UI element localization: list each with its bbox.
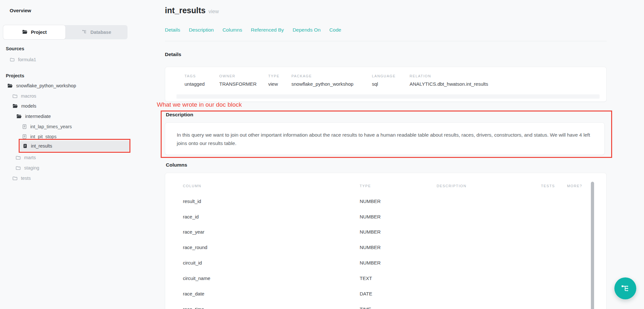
detail-value: ANALYTICS.dbt_hwatson.int_results xyxy=(410,81,488,87)
column-name-cell: circuit_name xyxy=(183,275,210,281)
details-section-heading: Details xyxy=(165,52,181,57)
file-solid-icon xyxy=(23,143,28,149)
sidebar-item-macros[interactable]: macros xyxy=(12,91,36,101)
tab-details[interactable]: Details xyxy=(165,27,180,33)
column-name-cell: circuit_id xyxy=(183,260,202,266)
column-type-cell: DATE xyxy=(360,291,372,296)
lineage-graph-icon xyxy=(620,284,630,293)
columns-card: COLUMN TYPE DESCRIPTION TESTS MORE? resu… xyxy=(165,173,607,309)
sidebar-item-formula1[interactable]: formula1 xyxy=(10,55,36,64)
tab-bar: Details Description Columns Referenced B… xyxy=(165,27,341,33)
column-type-cell: NUMBER xyxy=(360,229,381,235)
file-icon xyxy=(22,134,27,139)
column-name-cell: race_date xyxy=(183,291,204,296)
column-header-tests: TESTS xyxy=(541,184,555,188)
folder-open-icon xyxy=(22,29,28,36)
model-type-label: view xyxy=(208,9,219,14)
column-header-column: COLUMN xyxy=(183,184,201,188)
tabs-divider xyxy=(165,41,607,41)
tree-item-label: int_pit_stops xyxy=(30,134,56,139)
annotation-box-description xyxy=(161,111,612,158)
detail-value: TRANSFORMER xyxy=(219,81,257,87)
tree-item-label: macros xyxy=(21,93,36,99)
columns-section-heading: Columns xyxy=(166,162,187,168)
file-icon xyxy=(22,124,27,129)
folder-closed-icon xyxy=(12,93,18,99)
column-name-cell: result_id xyxy=(183,198,201,204)
annotation-text: What we wrote in our doc block xyxy=(157,101,242,108)
detail-value: untagged xyxy=(185,81,205,87)
project-toggle-label: Project xyxy=(31,30,47,35)
detail-label: PACKAGE xyxy=(291,74,312,78)
folder-closed-icon xyxy=(12,176,18,181)
details-footer-strip xyxy=(176,94,600,99)
tree-item-label: snowflake_python_workshop xyxy=(16,83,76,88)
column-type-cell: NUMBER xyxy=(360,214,381,219)
column-header-description: DESCRIPTION xyxy=(437,184,467,188)
details-card: TAGS untagged OWNER TRANSFORMER TYPE vie… xyxy=(165,67,607,102)
tab-description[interactable]: Description xyxy=(189,27,214,33)
sidebar-item-models[interactable]: models xyxy=(12,101,36,111)
tab-depends-on[interactable]: Depends On xyxy=(293,27,321,33)
tree-item-label: marts xyxy=(24,155,36,160)
overview-title: Overview xyxy=(10,8,31,13)
folder-closed-icon xyxy=(10,57,15,62)
tab-code[interactable]: Code xyxy=(329,27,341,33)
lineage-tree-icon xyxy=(82,29,87,35)
sidebar-item-staging[interactable]: staging xyxy=(15,163,39,173)
project-toggle-button[interactable]: Project xyxy=(3,25,65,39)
tree-item-label: int_lap_times_years xyxy=(30,124,72,129)
folder-open-icon xyxy=(7,83,13,89)
sidebar-item-int-lap-times-years[interactable]: int_lap_times_years xyxy=(22,122,72,131)
sidebar-item-intermediate[interactable]: intermediate xyxy=(16,111,51,121)
tab-referenced-by[interactable]: Referenced By xyxy=(251,27,284,33)
detail-label: TYPE xyxy=(268,74,279,78)
tab-columns[interactable]: Columns xyxy=(223,27,242,33)
detail-label: LANGUAGE xyxy=(372,74,396,78)
database-toggle-button[interactable]: Database xyxy=(65,25,128,39)
detail-label: RELATION xyxy=(410,74,431,78)
column-type-cell: NUMBER xyxy=(360,260,381,266)
sidebar-item-marts[interactable]: marts xyxy=(15,153,36,162)
projects-section-label: Projects xyxy=(6,73,24,78)
column-header-more: MORE? xyxy=(567,184,582,188)
column-name-cell: race_id xyxy=(183,214,199,219)
folder-closed-icon xyxy=(15,155,21,160)
detail-value: view xyxy=(268,81,278,87)
tree-item-label: models xyxy=(21,103,36,109)
column-name-cell: race_year xyxy=(183,229,204,235)
folder-closed-icon xyxy=(15,165,21,171)
column-type-cell: TIME xyxy=(360,306,371,309)
column-type-cell: NUMBER xyxy=(360,198,381,204)
sidebar-item-int-results-selected[interactable]: int_results xyxy=(23,141,52,151)
detail-value: snowflake_python_workshop xyxy=(291,81,354,87)
sidebar-item-tests[interactable]: tests xyxy=(12,173,31,183)
column-header-type: TYPE xyxy=(360,184,371,188)
sidebar-item-snowflake-python-workshop[interactable]: snowflake_python_workshop xyxy=(7,81,76,91)
tree-item-label: intermediate xyxy=(25,114,51,119)
model-name: int_results xyxy=(165,6,205,15)
table-scrollbar[interactable] xyxy=(591,182,594,309)
column-type-cell: NUMBER xyxy=(360,245,381,250)
detail-value: sql xyxy=(372,81,378,87)
column-name-cell: race_time xyxy=(183,306,204,309)
tree-item-label: int_results xyxy=(31,143,52,149)
detail-label: TAGS xyxy=(185,74,196,78)
tree-item-label: staging xyxy=(24,165,39,170)
lineage-fab-button[interactable] xyxy=(614,277,636,299)
database-toggle-label: Database xyxy=(90,30,111,35)
page-title: int_resultsview xyxy=(165,6,219,15)
source-item-label: formula1 xyxy=(18,57,36,62)
detail-label: OWNER xyxy=(219,74,235,78)
view-toggle: Project Database xyxy=(3,25,128,39)
sources-section-label: Sources xyxy=(6,46,24,51)
tree-item-label: tests xyxy=(21,176,31,181)
column-type-cell: TEXT xyxy=(360,275,372,281)
folder-open-icon xyxy=(12,103,18,109)
column-name-cell: race_round xyxy=(183,245,207,250)
folder-open-icon xyxy=(16,113,22,119)
